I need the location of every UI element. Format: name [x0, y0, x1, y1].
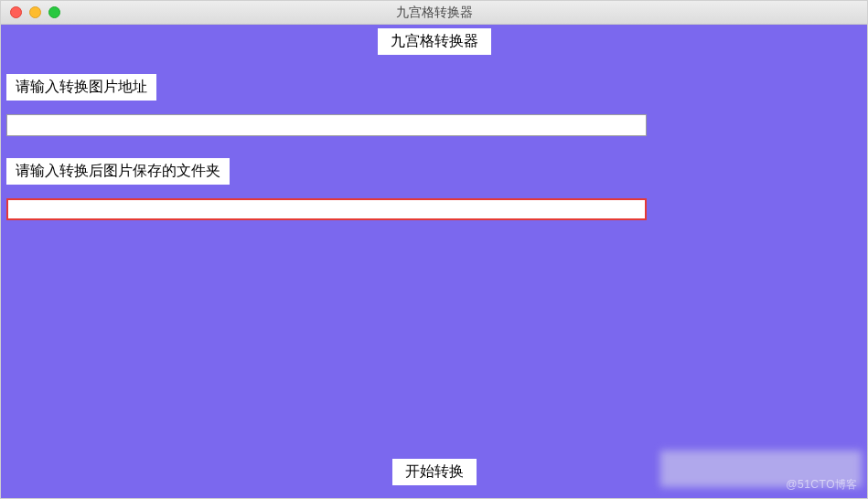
start-convert-button[interactable]: 开始转换 — [392, 459, 477, 485]
input-path-label: 请输入转换图片地址 — [6, 74, 156, 101]
close-icon[interactable] — [10, 6, 22, 18]
content-area: 九宫格转换器 请输入转换图片地址 请输入转换后图片保存的文件夹 开始转换 @51… — [1, 25, 867, 498]
app-window: 九宫格转换器 九宫格转换器 请输入转换图片地址 请输入转换后图片保存的文件夹 开… — [0, 0, 868, 499]
window-title: 九宫格转换器 — [1, 5, 867, 21]
traffic-lights — [1, 6, 60, 18]
maximize-icon[interactable] — [48, 6, 60, 18]
minimize-icon[interactable] — [29, 6, 41, 18]
output-path-label: 请输入转换后图片保存的文件夹 — [6, 158, 230, 185]
output-path-field[interactable] — [6, 198, 647, 220]
titlebar: 九宫格转换器 — [1, 1, 867, 25]
input-path-field[interactable] — [6, 114, 647, 136]
app-header-label: 九宫格转换器 — [378, 28, 491, 55]
watermark-text: @51CTO博客 — [786, 477, 858, 493]
